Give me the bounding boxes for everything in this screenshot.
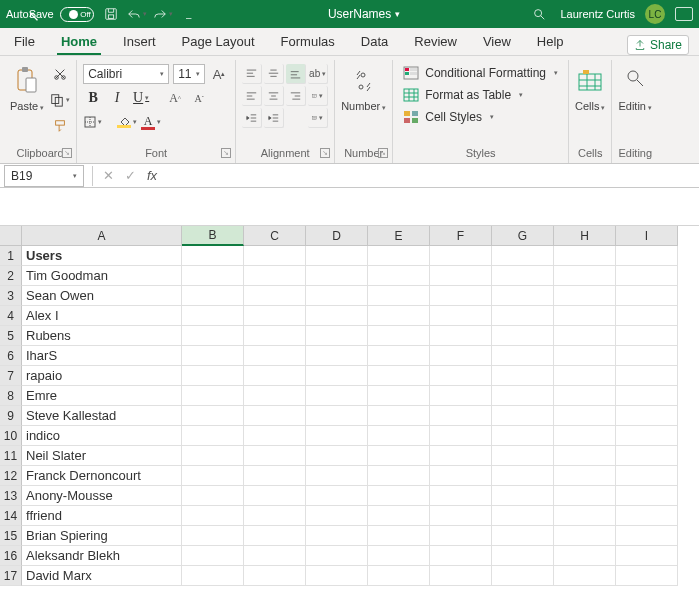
copy-button[interactable]	[50, 90, 70, 110]
qat-dropdown[interactable]: ⎯	[178, 3, 200, 25]
cell[interactable]	[616, 426, 678, 446]
cell[interactable]: Rubens	[22, 326, 182, 346]
cell[interactable]	[492, 286, 554, 306]
cell[interactable]	[492, 526, 554, 546]
cell[interactable]	[616, 326, 678, 346]
tab-help[interactable]: Help	[533, 30, 568, 55]
cell[interactable]	[306, 326, 368, 346]
cell[interactable]	[554, 426, 616, 446]
cell[interactable]	[182, 286, 244, 306]
cell[interactable]	[244, 446, 306, 466]
document-title[interactable]: UserNames▾	[206, 7, 523, 21]
cell[interactable]: rapaio	[22, 366, 182, 386]
cell[interactable]	[554, 566, 616, 586]
cell[interactable]	[430, 266, 492, 286]
cell[interactable]	[368, 286, 430, 306]
cell[interactable]	[554, 366, 616, 386]
cell[interactable]	[244, 486, 306, 506]
row-header[interactable]: 8	[0, 386, 22, 406]
cell[interactable]	[368, 466, 430, 486]
cell[interactable]	[616, 386, 678, 406]
align-center-icon[interactable]	[264, 86, 284, 106]
cell[interactable]	[554, 306, 616, 326]
cell[interactable]	[244, 566, 306, 586]
cell[interactable]	[182, 246, 244, 266]
cell[interactable]	[244, 246, 306, 266]
cell[interactable]	[244, 366, 306, 386]
cell[interactable]	[492, 366, 554, 386]
cell[interactable]	[182, 526, 244, 546]
cell[interactable]	[430, 566, 492, 586]
cell[interactable]	[182, 306, 244, 326]
cell[interactable]	[616, 346, 678, 366]
cell[interactable]	[306, 386, 368, 406]
cell[interactable]	[430, 346, 492, 366]
cell[interactable]	[430, 386, 492, 406]
spreadsheet-grid[interactable]: ABCDEFGHI1Users2Tim Goodman3Sean Owen4Al…	[0, 226, 699, 586]
cell[interactable]	[306, 246, 368, 266]
align-left-icon[interactable]	[242, 86, 262, 106]
cell[interactable]	[492, 486, 554, 506]
cell[interactable]	[182, 406, 244, 426]
merge-center-icon[interactable]	[308, 108, 328, 128]
row-header[interactable]: 9	[0, 406, 22, 426]
cell[interactable]	[430, 366, 492, 386]
cell[interactable]	[182, 326, 244, 346]
cell[interactable]	[492, 506, 554, 526]
row-header[interactable]: 16	[0, 546, 22, 566]
cell[interactable]	[554, 506, 616, 526]
increase-font-size-icon[interactable]: A^	[165, 88, 185, 108]
cell[interactable]	[616, 526, 678, 546]
tab-home[interactable]: Home	[57, 30, 101, 55]
col-header[interactable]: F	[430, 226, 492, 246]
cell[interactable]	[306, 486, 368, 506]
cell[interactable]: Sean Owen	[22, 286, 182, 306]
cell[interactable]	[306, 446, 368, 466]
cell[interactable]	[492, 306, 554, 326]
cell[interactable]	[554, 486, 616, 506]
cell[interactable]	[492, 326, 554, 346]
cell[interactable]	[244, 526, 306, 546]
col-header[interactable]: H	[554, 226, 616, 246]
row-header[interactable]: 15	[0, 526, 22, 546]
cell[interactable]	[554, 326, 616, 346]
row-header[interactable]: 2	[0, 266, 22, 286]
cell[interactable]	[430, 426, 492, 446]
cell[interactable]	[182, 366, 244, 386]
row-header[interactable]: 10	[0, 426, 22, 446]
increase-font-icon[interactable]: A▴	[209, 64, 229, 84]
number-format-button[interactable]: Number	[341, 64, 386, 112]
cell[interactable]	[430, 446, 492, 466]
cell[interactable]	[306, 506, 368, 526]
cell[interactable]	[368, 346, 430, 366]
italic-button[interactable]: I	[107, 88, 127, 108]
cell[interactable]	[182, 506, 244, 526]
cell[interactable]	[306, 546, 368, 566]
cell[interactable]	[182, 426, 244, 446]
cell[interactable]	[244, 426, 306, 446]
cell[interactable]	[430, 546, 492, 566]
cell[interactable]	[616, 446, 678, 466]
cell[interactable]: Alex I	[22, 306, 182, 326]
tab-review[interactable]: Review	[410, 30, 461, 55]
row-header[interactable]: 6	[0, 346, 22, 366]
align-middle-icon[interactable]	[264, 64, 284, 84]
cell[interactable]	[244, 546, 306, 566]
align-top-icon[interactable]	[242, 64, 262, 84]
cell[interactable]	[368, 546, 430, 566]
cell[interactable]	[306, 306, 368, 326]
font-size-select[interactable]: 11	[173, 64, 205, 84]
alignment-dialog-launcher[interactable]: ↘	[320, 148, 330, 158]
cell[interactable]	[244, 386, 306, 406]
cell[interactable]	[368, 306, 430, 326]
orientation-icon[interactable]: ab	[308, 64, 328, 84]
cell[interactable]	[368, 366, 430, 386]
cell[interactable]	[616, 366, 678, 386]
cell[interactable]	[492, 566, 554, 586]
cell[interactable]	[554, 286, 616, 306]
ribbon-display-options-icon[interactable]	[675, 7, 693, 21]
fx-button[interactable]: fx	[141, 166, 163, 186]
avatar[interactable]: LC	[645, 4, 665, 24]
cell[interactable]	[182, 486, 244, 506]
row-header[interactable]: 5	[0, 326, 22, 346]
